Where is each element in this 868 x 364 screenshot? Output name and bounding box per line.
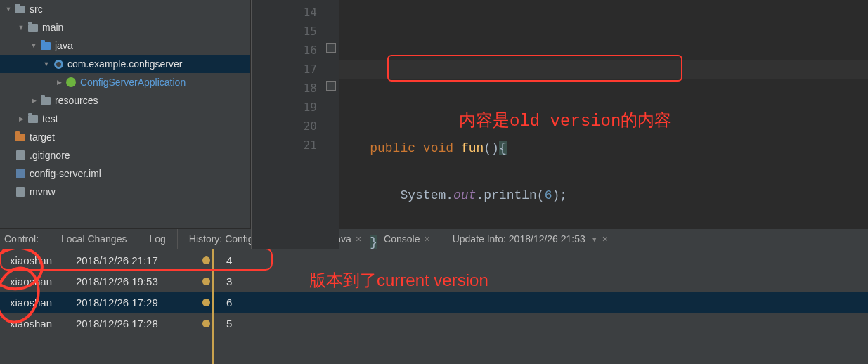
commit-row[interactable]: xiaoshan 2018/12/26 17:29 6 <box>0 292 868 313</box>
commit-message: 4 <box>219 254 868 266</box>
tree-label: com.example.configserver <box>67 58 182 70</box>
brace: { <box>499 141 507 155</box>
file-icon <box>14 186 27 197</box>
commit-row[interactable]: xiaoshan 2018/12/26 19:53 3 <box>0 271 868 292</box>
commit-author: xiaoshan <box>0 254 76 266</box>
folder-icon <box>27 113 39 124</box>
vcs-log[interactable]: xiaoshan 2018/12/26 21:17 4 xiaoshan 201… <box>0 249 868 364</box>
commit-author: xiaoshan <box>0 318 76 330</box>
number-literal: 6 <box>545 188 552 202</box>
tree-item-mvnw[interactable]: mvnw <box>0 183 250 201</box>
tree-label: target <box>30 131 55 143</box>
editor-pane: 14 15 16 17 18 19 20 21 − − public void … <box>251 0 868 228</box>
tree-item-src[interactable]: src <box>0 0 250 18</box>
commit-message: 5 <box>219 318 868 330</box>
commit-node-icon <box>202 278 210 285</box>
commit-node-icon <box>202 256 210 264</box>
tree-label: .gitignore <box>30 150 70 161</box>
graph-line <box>212 249 214 364</box>
commit-node-icon <box>202 320 210 327</box>
class-ref: System. <box>400 188 453 202</box>
method-name: fun <box>461 141 484 155</box>
line-number: 18 <box>252 79 324 98</box>
commit-date: 2018/12/26 17:28 <box>76 318 193 330</box>
chevron-right-icon <box>28 97 39 104</box>
fold-toggle-icon[interactable]: − <box>326 43 336 53</box>
source-folder-icon <box>39 40 52 51</box>
tree-item-test[interactable]: test <box>0 110 250 128</box>
fold-toggle-icon[interactable]: − <box>326 81 336 91</box>
tree-item-resources[interactable]: resources <box>0 91 250 110</box>
keyword: void <box>423 141 453 155</box>
commit-date: 2018/12/26 21:17 <box>76 254 193 266</box>
folder-icon <box>14 4 27 15</box>
call-end: ); <box>552 188 567 202</box>
vcs-control-label: Control: <box>0 229 50 249</box>
line-number: 20 <box>252 117 324 136</box>
package-icon <box>52 58 65 70</box>
tree-item-gitignore[interactable]: .gitignore <box>0 146 250 164</box>
tab-local-changes[interactable]: Local Changes <box>50 229 138 249</box>
tree-item-java[interactable]: java <box>0 37 250 55</box>
commit-author: xiaoshan <box>0 297 76 308</box>
field-ref: out <box>453 188 476 202</box>
commit-node-icon <box>202 299 210 306</box>
chevron-right-icon <box>53 79 65 86</box>
tab-log[interactable]: Log <box>138 229 177 249</box>
chevron-down-icon <box>28 42 39 49</box>
keyword: public <box>370 141 415 155</box>
commit-row[interactable]: xiaoshan 2018/12/26 21:17 4 <box>0 249 868 271</box>
chevron-down-icon <box>15 24 27 31</box>
commit-message: 3 <box>219 275 868 287</box>
commit-date: 2018/12/26 17:29 <box>76 297 193 308</box>
tree-label: main <box>42 22 63 33</box>
commit-message: 6 <box>219 297 868 308</box>
line-number: 17 <box>252 60 324 79</box>
line-number: 16 <box>252 41 324 60</box>
method-call: .println( <box>476 188 544 202</box>
tree-label: ConfigServerApplication <box>80 77 186 88</box>
tree-label: test <box>42 113 58 124</box>
commit-author: xiaoshan <box>0 275 76 287</box>
chevron-down-icon <box>41 60 52 67</box>
resources-folder-icon <box>39 95 52 106</box>
tree-label: mvnw <box>30 186 56 197</box>
tree-label: resources <box>55 95 98 106</box>
annotation-text: 内容是old version的内容 <box>459 109 671 131</box>
line-number: 21 <box>252 136 324 155</box>
tree-item-class[interactable]: ConfigServerApplication <box>0 73 250 91</box>
folder-icon <box>27 22 39 33</box>
chevron-right-icon <box>15 115 27 122</box>
line-number: 15 <box>252 22 324 41</box>
line-number: 14 <box>252 3 324 22</box>
module-file-icon <box>14 168 27 179</box>
tree-item-package[interactable]: com.example.configserver <box>0 55 250 73</box>
tree-label: java <box>55 40 73 51</box>
excluded-folder-icon <box>14 131 27 143</box>
tree-item-main[interactable]: main <box>0 18 250 37</box>
parens: () <box>484 141 499 155</box>
spring-boot-icon <box>65 77 77 88</box>
commit-row[interactable]: xiaoshan 2018/12/26 17:28 5 <box>0 313 868 334</box>
commit-date: 2018/12/26 19:53 <box>76 275 193 287</box>
project-tree[interactable]: src main java com.example.configserver C… <box>0 0 251 228</box>
tree-item-iml[interactable]: config-server.iml <box>0 164 250 183</box>
tree-item-target[interactable]: target <box>0 128 250 146</box>
chevron-down-icon <box>3 6 14 13</box>
tree-label: config-server.iml <box>30 168 101 179</box>
brace: } <box>370 235 377 249</box>
file-icon <box>14 150 27 161</box>
line-number: 19 <box>252 98 324 117</box>
tree-label: src <box>30 4 43 15</box>
